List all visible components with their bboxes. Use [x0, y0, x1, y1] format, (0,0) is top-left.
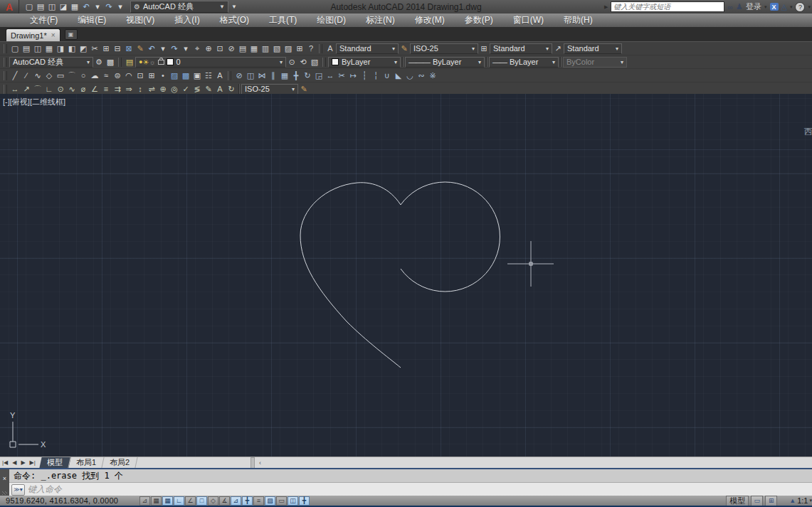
spline-icon[interactable]: ≈ — [100, 70, 112, 81]
redo-icon[interactable]: ↷ — [103, 1, 115, 13]
tool-palettes-icon[interactable]: ▥ — [260, 43, 271, 54]
model-paper-toggle[interactable]: 模型 — [726, 496, 749, 506]
layout1-tab[interactable]: 布局1 — [68, 457, 104, 468]
layer-previous-icon[interactable]: ⟲ — [297, 56, 309, 68]
break-at-point-icon[interactable]: ┆ — [359, 70, 370, 81]
sign-in-chevron-icon[interactable]: ▾ — [764, 4, 767, 10]
help-chevron-icon[interactable]: ▾ — [808, 4, 811, 10]
last-tab-button[interactable]: ▶| — [28, 458, 38, 468]
workspace-settings-icon[interactable]: ⚙ — [93, 56, 105, 68]
quickcalc-icon[interactable]: ⊞ — [294, 43, 305, 54]
heart-right-circle[interactable] — [401, 182, 500, 292]
dimension-space-icon[interactable]: ↕ — [135, 83, 146, 95]
baseline-dimension-icon[interactable]: ⇉ — [112, 83, 123, 95]
close-icon[interactable]: × — [51, 31, 56, 39]
coordinates-readout[interactable]: 9519.6240, 4161.6304, 0.0000 — [0, 496, 139, 505]
file-menu[interactable]: 文件(F) — [20, 14, 68, 27]
heart-left-curve[interactable] — [300, 183, 401, 368]
workspaces-combo[interactable]: AutoCAD 经典▾ — [9, 57, 93, 68]
toolbar-grip[interactable] — [322, 58, 326, 67]
toolbar-grip[interactable] — [4, 58, 7, 67]
mirror-icon[interactable]: ⋈ — [256, 70, 268, 81]
hscroll-left-icon[interactable]: ‹ — [255, 459, 265, 466]
zoom-realtime-icon[interactable]: ⊕ — [203, 43, 214, 54]
array-icon[interactable]: ▦ — [279, 70, 290, 81]
format-menu[interactable]: 格式(O) — [210, 14, 259, 27]
grid-display-toggle[interactable]: ▦ — [162, 496, 173, 506]
publish-icon[interactable]: ◧ — [66, 43, 78, 54]
help-menu[interactable]: 帮助(H) — [554, 14, 603, 27]
insert-block-icon[interactable]: ⊡ — [135, 70, 146, 81]
make-object-layer-current-icon[interactable]: ⊙ — [286, 56, 297, 68]
parametric-menu[interactable]: 参数(P) — [455, 14, 503, 27]
toolbar-grip[interactable] — [118, 58, 122, 67]
close-icon[interactable]: × — [0, 475, 9, 482]
undo-icon[interactable]: ↶ — [80, 1, 92, 13]
search-expand-icon[interactable]: ▶ — [604, 4, 608, 10]
paste-icon[interactable]: ⊟ — [112, 43, 123, 54]
copy-icon[interactable]: ◫ — [245, 70, 256, 81]
extend-icon[interactable]: ↦ — [347, 70, 359, 81]
workspace-switch-dropdown[interactable]: ⚙ AutoCAD 经典 ▼ — [130, 1, 228, 13]
layer-lock-icon[interactable] — [158, 60, 164, 65]
undo-dropdown-icon[interactable]: ▾ — [92, 1, 103, 13]
plot-icon[interactable]: ▦ — [69, 1, 80, 13]
redo-dropdown-icon[interactable]: ▾ — [115, 1, 126, 13]
construction-line-icon[interactable]: ∕ — [21, 70, 32, 81]
continue-dimension-icon[interactable]: ⇒ — [123, 83, 135, 95]
linear-dimension-icon[interactable]: ↔ — [9, 83, 21, 95]
model-tab[interactable]: 模型 — [39, 457, 70, 468]
toolbar-overflow-button[interactable]: ▼ — [228, 1, 240, 13]
drag-grip-icon[interactable] — [2, 491, 7, 495]
redo-dropdown-icon[interactable]: ▾ — [180, 43, 191, 54]
create-block-icon[interactable]: ⊞ — [146, 70, 157, 81]
polygon-icon[interactable]: ◇ — [43, 70, 55, 81]
designcenter-icon[interactable]: ▦ — [248, 43, 260, 54]
dim-current-style-combo[interactable]: ISO-25▾ — [241, 84, 298, 95]
blend-curves-icon[interactable]: ∾ — [416, 70, 427, 81]
inspection-icon[interactable]: ✓ — [180, 83, 191, 95]
dimension-break-icon[interactable]: ⇌ — [146, 83, 157, 95]
text-style-combo[interactable]: Standard▾ — [336, 43, 399, 54]
circle-icon[interactable]: ○ — [78, 70, 89, 81]
object-snap-toggle[interactable]: □ — [196, 496, 207, 506]
ucs-icon[interactable] — [10, 422, 38, 447]
angular-dimension-icon[interactable]: ∠ — [89, 83, 100, 95]
arc-icon[interactable]: ⌒ — [66, 70, 78, 81]
copy-clip-icon[interactable]: ⊞ — [100, 43, 112, 54]
next-tab-button[interactable]: ▶ — [19, 458, 27, 468]
jogged-linear-icon[interactable]: ≶ — [191, 83, 203, 95]
3d-object-snap-toggle[interactable]: ◇ — [208, 496, 218, 506]
snap-mode-toggle[interactable]: ▦ — [151, 496, 162, 506]
view-menu[interactable]: 视图(V) — [116, 14, 164, 27]
transparency-toggle[interactable]: ▨ — [265, 496, 275, 506]
table-icon[interactable]: ☷ — [203, 70, 214, 81]
save-as-icon[interactable]: ◪ — [58, 1, 69, 13]
binoculars-search-icon[interactable]: ∞ — [727, 3, 733, 11]
help-icon[interactable]: ? — [795, 2, 805, 12]
quick-dimension-icon[interactable]: ≡ — [100, 83, 112, 95]
infer-constraints-toggle[interactable]: ⊿ — [139, 496, 150, 506]
dimension-text-edit-icon[interactable]: A — [214, 83, 226, 95]
multileader-style-combo[interactable]: Standard▾ — [564, 43, 622, 54]
tools-menu[interactable]: 工具(T) — [259, 14, 307, 27]
exchange-apps-icon[interactable]: X — [770, 3, 779, 11]
table-style-icon[interactable]: ⊞ — [478, 43, 490, 54]
layer-viewport-freeze-icon[interactable]: ☼ — [149, 58, 155, 66]
line-icon[interactable]: ╱ — [9, 70, 21, 81]
modify-menu[interactable]: 修改(M) — [405, 14, 455, 27]
layer-states-icon[interactable]: ▧ — [309, 56, 320, 68]
redo-icon[interactable]: ↷ — [169, 43, 180, 54]
explode-icon[interactable]: ※ — [427, 70, 438, 81]
layer-thaw-icon[interactable]: ☀ — [142, 58, 149, 66]
offset-icon[interactable]: ∥ — [268, 70, 279, 81]
undo-dropdown-icon[interactable]: ▾ — [157, 43, 169, 54]
gradient-icon[interactable]: ▩ — [180, 70, 191, 81]
rectangle-icon[interactable]: ▭ — [55, 70, 66, 81]
ellipse-icon[interactable]: ⊜ — [112, 70, 123, 81]
dimension-update-icon[interactable]: ↻ — [226, 83, 237, 95]
point-icon[interactable]: • — [157, 70, 169, 81]
ortho-mode-toggle[interactable]: ∟ — [174, 496, 184, 506]
edit-menu[interactable]: 编辑(E) — [68, 14, 116, 27]
trim-icon[interactable]: ✂ — [336, 70, 347, 81]
